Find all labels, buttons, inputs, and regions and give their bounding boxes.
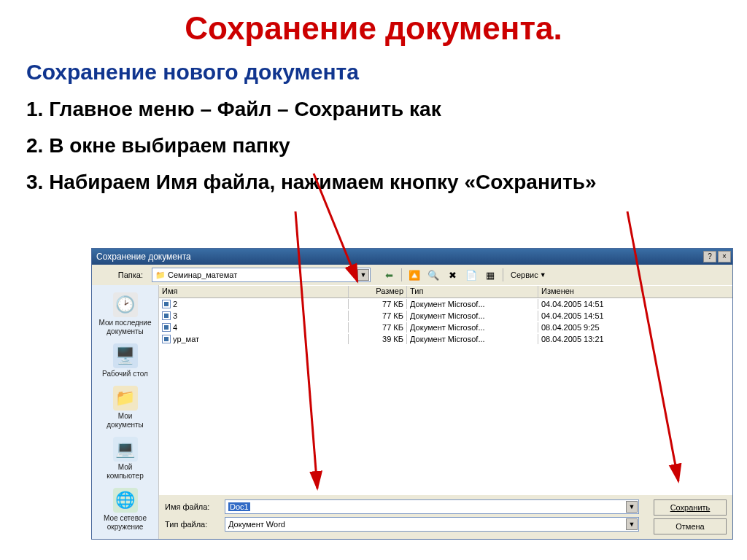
search-icon[interactable]: 🔍 — [425, 268, 441, 282]
slide-title: Сохранение документа. — [26, 10, 721, 47]
file-modified: 04.04.2005 14:51 — [538, 299, 732, 309]
place-computer[interactable]: 💻 Мой компьютер — [96, 434, 155, 483]
place-label: Мой компьютер — [107, 463, 143, 481]
col-type[interactable]: Тип — [407, 286, 538, 298]
desktop-icon: 🖥️ — [113, 343, 138, 368]
col-name[interactable]: Имя — [159, 286, 349, 298]
folder-value: Семинар_математ — [168, 271, 237, 279]
file-name: 4 — [173, 323, 177, 332]
folder-label: Папка: — [96, 271, 147, 279]
file-type: Документ Microsof... — [407, 322, 538, 332]
filename-label: Имя файла: — [165, 502, 220, 511]
place-label: Мои последние документы — [98, 319, 151, 336]
file-name: 2 — [173, 300, 177, 308]
file-row[interactable]: ур_мат39 КБДокумент Microsof...08.04.200… — [159, 333, 732, 345]
file-type: Документ Microsof... — [407, 299, 538, 309]
save-dialog: Сохранение документа ? × Папка: 📁 Семина… — [91, 248, 733, 540]
save-button[interactable]: Сохранить — [654, 499, 727, 516]
file-size: 77 КБ — [349, 299, 407, 309]
filetype-value: Документ Word — [228, 520, 285, 529]
dialog-toolbar: Папка: 📁 Семинар_математ ▼ ⬅ 🔼 🔍 ✖ 📄 ▦ С… — [92, 265, 732, 285]
recent-icon: 🕑 — [113, 292, 138, 317]
file-modified: 08.04.2005 13:21 — [538, 334, 732, 344]
place-label: Мое сетевое окружение — [104, 514, 147, 532]
file-name: 3 — [173, 311, 177, 320]
delete-icon[interactable]: ✖ — [444, 268, 460, 282]
file-size: 77 КБ — [349, 322, 407, 332]
step-2: 2. В окне выбираем папку — [26, 134, 721, 158]
col-size[interactable]: Размер — [349, 286, 407, 298]
file-row[interactable]: 477 КБДокумент Microsof...08.04.2005 9:2… — [159, 322, 732, 333]
place-recent[interactable]: 🕑 Мои последние документы — [96, 289, 155, 339]
place-documents[interactable]: 📁 Мои документы — [96, 383, 155, 432]
up-icon[interactable]: 🔼 — [406, 268, 422, 282]
col-modified[interactable]: Изменен — [538, 286, 732, 298]
chevron-down-icon: ▼ — [540, 271, 546, 279]
filename-input[interactable]: Doc1 ▼ — [225, 499, 639, 514]
step-1: 1. Главное меню – Файл – Сохранить как — [26, 98, 721, 121]
views-icon[interactable]: ▦ — [482, 268, 498, 282]
separator — [401, 268, 402, 281]
word-doc-icon — [162, 311, 171, 320]
filetype-input[interactable]: Документ Word ▼ — [225, 517, 639, 532]
file-list[interactable]: 277 КБДокумент Microsof...04.04.2005 14:… — [159, 298, 732, 495]
file-type: Документ Microsof... — [407, 311, 538, 321]
save-button-label: Сохранить — [670, 503, 711, 512]
service-menu[interactable]: Сервис ▼ — [508, 271, 549, 279]
dialog-titlebar[interactable]: Сохранение документа ? × — [92, 249, 732, 265]
filename-value: Doc1 — [228, 502, 250, 511]
file-type: Документ Microsof... — [407, 334, 538, 344]
step-3: 3. Набираем Имя файла, нажимаем кнопку «… — [26, 171, 721, 194]
file-list-header[interactable]: Имя Размер Тип Изменен — [159, 285, 732, 298]
slide-subtitle: Сохранение нового документа — [26, 60, 721, 85]
file-size: 77 КБ — [349, 311, 407, 321]
back-icon[interactable]: ⬅ — [381, 268, 397, 282]
computer-icon: 💻 — [113, 437, 138, 462]
word-doc-icon — [162, 300, 171, 308]
word-doc-icon — [162, 335, 171, 343]
filetype-label: Тип файла: — [165, 520, 220, 529]
chevron-down-icon[interactable]: ▼ — [626, 518, 638, 530]
separator — [503, 268, 503, 281]
close-button[interactable]: × — [718, 251, 731, 262]
chevron-down-icon[interactable]: ▼ — [626, 501, 638, 513]
word-doc-icon — [162, 323, 171, 332]
cancel-button[interactable]: Отмена — [654, 518, 727, 534]
file-modified: 08.04.2005 9:25 — [538, 322, 732, 332]
help-button[interactable]: ? — [703, 251, 716, 262]
newfolder-icon[interactable]: 📄 — [463, 268, 479, 282]
place-label: Мои документы — [107, 412, 144, 429]
network-icon: 🌐 — [113, 488, 138, 513]
folder-icon: 📁 — [155, 271, 166, 280]
file-area: Имя Размер Тип Изменен 277 КБДокумент Mi… — [159, 285, 732, 539]
file-name: ур_мат — [173, 335, 199, 343]
documents-icon: 📁 — [113, 386, 138, 411]
chevron-down-icon[interactable]: ▼ — [357, 269, 369, 281]
file-row[interactable]: 377 КБДокумент Microsof...04.04.2005 14:… — [159, 310, 732, 322]
file-modified: 04.04.2005 14:51 — [538, 311, 732, 321]
place-desktop[interactable]: 🖥️ Рабочий стол — [96, 341, 155, 381]
place-label: Рабочий стол — [102, 370, 148, 378]
file-size: 39 КБ — [349, 334, 407, 344]
places-bar: 🕑 Мои последние документы 🖥️ Рабочий сто… — [92, 285, 159, 539]
service-label: Сервис — [511, 271, 538, 279]
folder-dropdown[interactable]: 📁 Семинар_математ ▼ — [152, 268, 371, 282]
file-row[interactable]: 277 КБДокумент Microsof...04.04.2005 14:… — [159, 298, 732, 310]
place-network[interactable]: 🌐 Мое сетевое окружение — [96, 485, 155, 534]
dialog-title: Сохранение документа — [96, 252, 191, 262]
